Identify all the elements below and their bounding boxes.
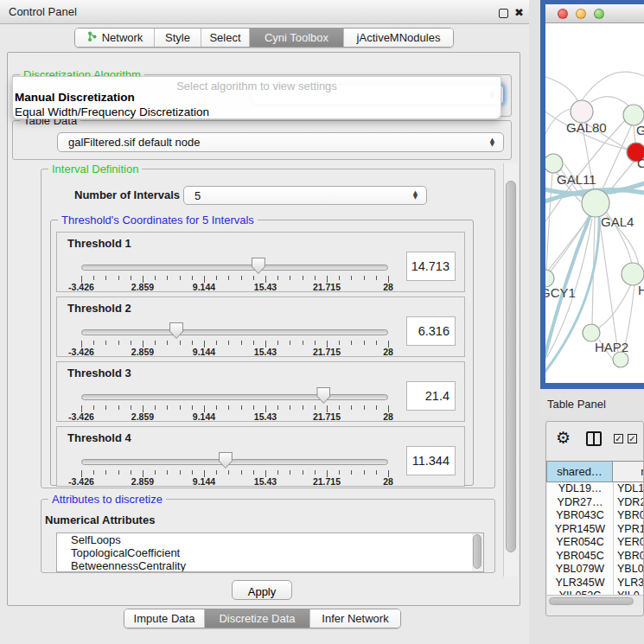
cyni-toolbox-content: Discretization Algorithm ▲▼ Select algor… [7, 52, 520, 606]
network-edge [591, 97, 629, 106]
attribute-list-item[interactable]: SelfLoops [57, 533, 483, 546]
slider-handle[interactable] [316, 387, 330, 404]
cell-name: YBR0 [617, 550, 644, 562]
network-node-label: GCY1 [545, 285, 576, 300]
group-title: Threshold's Coordinates for 5 Intervals [58, 214, 258, 226]
threshold-value-field[interactable]: 21.4 [406, 381, 456, 411]
number-of-intervals-combobox[interactable]: 5 ▲▼ [183, 186, 427, 205]
gear-icon[interactable]: ⚙ [556, 428, 571, 447]
content-scrollbar-thumb[interactable] [506, 181, 516, 552]
threshold-value-field[interactable]: 11.344 [406, 446, 456, 475]
minimize-traffic-light-icon[interactable] [576, 9, 586, 19]
attribute-list-item[interactable]: BetweennessCentrality [57, 559, 483, 572]
network-node-label: GAL [636, 123, 644, 137]
table-data-group: Table Data galFiltered.sif default node … [12, 120, 512, 160]
apply-button[interactable]: Apply [232, 580, 292, 600]
table-panel-title: Table Panel [547, 398, 606, 411]
table-row[interactable]: YBR045CYBR0 [547, 550, 644, 564]
cell-shared-name: YBR043C [547, 509, 613, 521]
slider-tick-labels: -3.4262.8599.14415.4321.71528 [81, 282, 388, 293]
table-panel: ⚙ ✓ ✓ shared… na YDL19…YDL1YDR27…YDR2YBR… [545, 421, 644, 616]
network-node[interactable] [545, 154, 563, 173]
table-row[interactable]: YBR043CYBR0 [547, 509, 644, 523]
close-icon[interactable]: ✖ [514, 6, 524, 19]
network-view-window: GAL80GALCGAL11GAL4GCY1HHAP2 [540, 0, 644, 389]
network-node[interactable] [545, 270, 554, 287]
list-scrollbar[interactable] [472, 533, 483, 571]
float-window-icon[interactable] [499, 9, 508, 18]
threshold-value-field[interactable]: 14.713 [406, 252, 456, 281]
network-canvas[interactable]: GAL80GALCGAL11GAL4GCY1HHAP2 [545, 23, 644, 383]
table-row[interactable]: YPR145WYPR1 [547, 523, 644, 537]
threshold-value-field[interactable]: 6.316 [406, 316, 456, 346]
threshold-label: Threshold 4 [67, 431, 131, 444]
content-scrollbar[interactable] [503, 163, 518, 577]
slider-track[interactable] [81, 459, 388, 465]
number-of-intervals-value: 5 [184, 189, 411, 202]
algorithm-option[interactable]: Equal Width/Frequency Discretization [15, 105, 209, 118]
network-edge [634, 125, 635, 143]
table-row[interactable]: YBL079WYBL0 [547, 563, 644, 577]
slider-track[interactable] [81, 265, 388, 271]
network-node[interactable] [613, 352, 628, 367]
cell-name: YBR0 [617, 509, 644, 521]
bottom-tab-bar: Impute DataDiscretize DataInfer Network [124, 609, 401, 628]
control-panel: Control Panel ✖ NetworkStyleSelectCyni T… [0, 0, 529, 644]
attribute-list-item[interactable]: TopologicalCoefficient [57, 546, 483, 559]
threshold-label: Threshold 2 [67, 302, 131, 315]
panel-title: Control Panel [9, 5, 77, 18]
control-panel-titlebar: Control Panel ✖ [0, 0, 529, 24]
top-tab-bar: NetworkStyleSelectCyni ToolboxjActiveMNo… [74, 28, 454, 48]
numerical-attributes-label: Numerical Attributes [45, 513, 155, 526]
table-row[interactable]: YLR345WYLR3 [547, 577, 644, 590]
slider-track[interactable] [81, 329, 388, 335]
network-node[interactable] [583, 324, 600, 341]
tab-impute-data[interactable]: Impute Data [124, 609, 205, 628]
list-scrollbar-thumb[interactable] [473, 534, 481, 569]
cell-name: YER0 [617, 536, 644, 548]
slider-tick-labels: -3.4262.8599.14415.4321.71528 [81, 411, 388, 423]
table-header-row: shared… na [546, 461, 644, 482]
tab-infer-network[interactable]: Infer Network [310, 609, 400, 628]
table-row[interactable]: YER054CYER0 [547, 536, 644, 550]
network-node[interactable] [582, 189, 609, 217]
cell-shared-name: YLR345W [547, 577, 613, 589]
tab-select[interactable]: Select [201, 29, 250, 47]
slider-handle[interactable] [219, 452, 233, 469]
table-body[interactable]: YDL19…YDL1YDR27…YDR2YBR043CYBR0YPR145WYP… [547, 482, 644, 595]
slider-handle[interactable] [169, 322, 183, 339]
cell-shared-name: YER054C [547, 536, 613, 548]
split-columns-icon[interactable] [586, 431, 602, 446]
tab-style[interactable]: Style [155, 29, 201, 47]
column-header-shared-name[interactable]: shared… [546, 461, 613, 482]
cell-shared-name: YDL19… [547, 482, 613, 494]
close-traffic-light-icon[interactable] [558, 9, 568, 19]
number-of-intervals-label: Number of Intervals [74, 188, 180, 201]
table-data-combobox[interactable]: galFiltered.sif default node ▲▼ [57, 132, 504, 152]
checkbox-checked-icon[interactable]: ✓ [628, 434, 637, 443]
slider-tick-labels: -3.4262.8599.14415.4321.71528 [81, 347, 388, 358]
table-row[interactable]: YDL19…YDL1 [547, 482, 644, 496]
checkbox-checked-icon[interactable]: ✓ [614, 434, 623, 443]
column-header-name[interactable]: na [613, 461, 644, 482]
cell-name: YBL0 [617, 563, 644, 575]
table-row[interactable]: YDR27…YDR2 [547, 496, 644, 510]
table-panel-titlebar: Table Panel [540, 393, 644, 416]
algorithm-option[interactable]: Manual Discretization [15, 91, 135, 104]
slider-track[interactable] [81, 394, 388, 400]
table-horizontal-scrollbar-thumb[interactable] [549, 597, 634, 605]
zoom-traffic-light-icon[interactable] [594, 9, 604, 19]
thresholds-group: Threshold's Coordinates for 5 Intervals … [50, 220, 474, 486]
tab-label: Style [165, 31, 190, 44]
network-window-titlebar[interactable] [545, 4, 644, 23]
tab-network[interactable]: Network [75, 29, 155, 47]
numerical-attributes-list[interactable]: SelfLoopsTopologicalCoefficientBetweenne… [56, 532, 484, 572]
stepper-arrows-icon: ▲▼ [411, 191, 420, 200]
tab-label: jActiveMNodules [357, 31, 441, 44]
tab-cyni-toolbox[interactable]: Cyni Toolbox [250, 29, 344, 47]
slider-handle[interactable] [252, 258, 265, 274]
table-horizontal-scrollbar[interactable] [546, 595, 643, 607]
tab-jactivemnodules[interactable]: jActiveMNodules [344, 29, 453, 47]
threshold-row: Threshold 4-3.4262.8599.14415.4321.71528… [56, 426, 465, 487]
tab-discretize-data[interactable]: Discretize Data [205, 609, 310, 628]
